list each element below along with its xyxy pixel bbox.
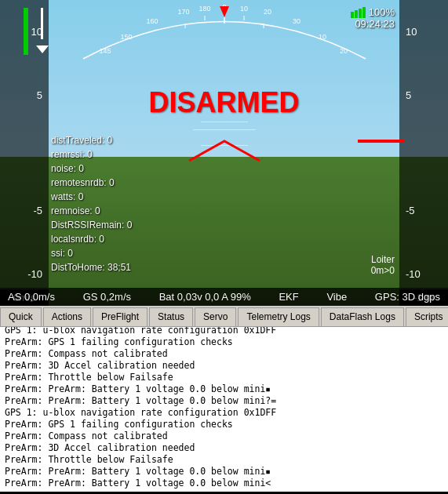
svg-text:150: 150: [120, 33, 132, 41]
armed-status: DISARMED: [148, 86, 299, 119]
tab-status[interactable]: Status: [149, 307, 193, 326]
vibe-status: Vibe: [326, 291, 347, 303]
noise: noise: 0: [51, 162, 132, 176]
alt-tape: 10 5 -5 -10 -1 m: [399, 0, 448, 306]
msg-13: PreArm: Throttle below Failsafe: [5, 453, 443, 465]
bar1: [351, 12, 354, 18]
msg-2: GPS 1: u-blox navigation rate configurat…: [5, 327, 443, 336]
tab-preflight[interactable]: PreFlight: [93, 307, 148, 326]
telemetry-overlay: distTraveled: 0 remrssi: 0 noise: 0 remo…: [51, 133, 132, 274]
flight-mode-label: Loiter: [371, 254, 395, 265]
svg-text:145: 145: [99, 47, 111, 55]
speed-minus5: -5: [33, 205, 42, 216]
svg-text:20: 20: [263, 8, 271, 16]
dist-traveled: distTraveled: 0: [51, 133, 132, 147]
remnoise: remnoise: 0: [51, 204, 132, 218]
svg-text:20: 20: [339, 47, 347, 55]
msg-12: PreArm: 3D Accel calibration needed: [5, 441, 443, 453]
tab-bar: Quick Actions PreFlight Status Servo Tel…: [0, 306, 448, 327]
gps-status: GPS: 3D dgps: [375, 291, 440, 303]
ssi: ssi: 0: [51, 246, 132, 260]
tab-dataflash-logs[interactable]: DataFlash Logs: [321, 307, 404, 326]
messages-panel[interactable]: PreArm: PreArm: Battery 1 voltage 0.0 be…: [0, 327, 448, 492]
svg-text:10: 10: [239, 5, 247, 13]
dist-to-home: DistToHome: 38;51: [51, 260, 132, 274]
compass-arc: 145 150 160 170 180 0 10 20 30 10 20: [67, 0, 381, 63]
svg-marker-11: [220, 6, 229, 17]
tab-quick[interactable]: Quick: [0, 307, 42, 326]
battery-bars: [351, 7, 366, 18]
speed-5: 5: [37, 89, 42, 101]
bar4: [362, 7, 366, 18]
ekf-status: EKF: [279, 291, 298, 303]
msg-11: PreArm: Compass not calibrated: [5, 430, 443, 441]
flight-mode: Loiter 0m>0: [371, 254, 395, 276]
bar3: [359, 9, 362, 18]
pitch-line-2: [201, 122, 248, 122]
top-right-info: 100% 09:24:23: [351, 6, 395, 30]
alt-5: 5: [406, 89, 411, 101]
svg-text:10: 10: [318, 33, 326, 41]
remote-snrdb: remotesnrdb: 0: [51, 176, 132, 190]
svg-text:170: 170: [177, 8, 189, 16]
alt-minus10: -10: [406, 268, 421, 280]
msg-15: PreArm: PreArm: Battery 1 voltage 0.0 be…: [5, 477, 443, 489]
msg-9: GPS 1: u-blox navigation rate configurat…: [5, 406, 443, 418]
msg-8: PreArm: PreArm: Battery 1 voltage 0.0 be…: [5, 394, 443, 406]
msg-5: PreArm: 3D Accel calibration needed: [5, 359, 443, 371]
pitch-chevron: [185, 137, 264, 172]
left-green-indicator: [24, 8, 28, 55]
alt-scale: 10 5 -5 -10: [399, 0, 448, 306]
battery-status: Bat 0,03v 0,0 A 99%: [159, 291, 251, 303]
msg-3: PreArm: GPS 1 failing configuration chec…: [5, 336, 443, 347]
bar2: [355, 10, 358, 18]
watts: watts: 0: [51, 190, 132, 204]
speed-minus10: -10: [27, 268, 42, 280]
msg-6: PreArm: Throttle below Failsafe: [5, 371, 443, 383]
horizon-line-right: [358, 140, 405, 143]
svg-text:180: 180: [199, 5, 210, 13]
dist-rssi-remain: DistRSSIRemain: 0: [51, 218, 132, 232]
msg-14: PreArm: PreArm: Battery 1 voltage 0.0 be…: [5, 465, 443, 477]
svg-text:30: 30: [292, 17, 300, 25]
tab-scripts[interactable]: Scripts: [406, 307, 448, 326]
msg-10: PreArm: GPS 1 failing configuration chec…: [5, 418, 443, 430]
status-bar: AS 0,0m/s GS 0,2m/s Bat 0,03v 0,0 A 99% …: [0, 288, 448, 306]
alt-10: 10: [406, 26, 417, 38]
left-arrow-indicator: [36, 45, 49, 53]
local-snrdb: localsnrdb: 0: [51, 232, 132, 246]
left-white-indicator: [41, 8, 43, 39]
tab-actions[interactable]: Actions: [43, 307, 91, 326]
svg-text:160: 160: [146, 17, 158, 25]
alt-minus5: -5: [406, 205, 415, 216]
ground-speed: GS 0,2m/s: [83, 291, 131, 303]
battery-percent: 100%: [369, 6, 395, 18]
hud-display: 145 150 160 170 180 0 10 20 30 10 20 DIS…: [0, 0, 448, 306]
msg-4: PreArm: Compass not calibrated: [5, 347, 443, 359]
tab-servo[interactable]: Servo: [195, 307, 236, 326]
clock-time: 09:24:23: [351, 18, 395, 30]
tab-telemetry-logs[interactable]: Telemetry Logs: [238, 307, 319, 326]
battery-indicator: 100%: [351, 6, 395, 18]
airspeed: AS 0,0m/s: [8, 291, 55, 303]
flight-mode-value: 0m>0: [371, 265, 395, 276]
msg-7: PreArm: PreArm: Battery 1 voltage 0.0 be…: [5, 383, 443, 394]
rem-rssi: remrssi: 0: [51, 147, 132, 162]
pitch-line-1: [193, 129, 256, 130]
